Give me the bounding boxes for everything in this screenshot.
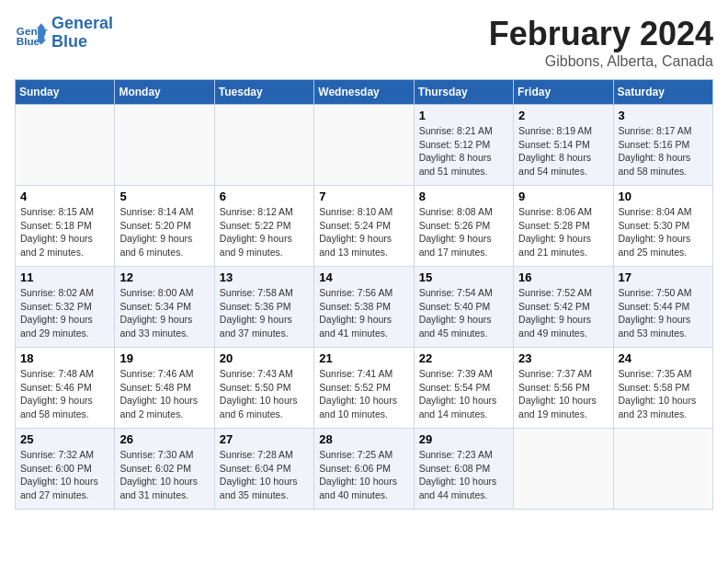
day-number: 26 [119,432,209,446]
calendar-cell [16,105,115,186]
day-number: 22 [419,351,508,365]
day-number: 4 [20,190,109,203]
weekday-header-friday: Friday [514,80,613,105]
calendar-cell: 10Sunrise: 8:04 AM Sunset: 5:30 PM Dayli… [613,186,712,267]
week-row-4: 18Sunrise: 7:48 AM Sunset: 5:46 PM Dayli… [16,348,713,429]
day-number: 7 [319,190,408,203]
day-info: Sunrise: 7:39 AM Sunset: 5:54 PM Dayligh… [419,367,508,421]
day-number: 24 [619,351,708,365]
calendar-cell: 1Sunrise: 8:21 AM Sunset: 5:12 PM Daylig… [414,105,513,186]
calendar-cell: 27Sunrise: 7:28 AM Sunset: 6:04 PM Dayli… [214,429,313,510]
calendar-cell [115,105,214,186]
day-info: Sunrise: 8:17 AM Sunset: 5:16 PM Dayligh… [619,124,708,178]
day-number: 9 [518,190,608,203]
day-info: Sunrise: 7:50 AM Sunset: 5:44 PM Dayligh… [619,286,708,340]
calendar-cell: 2Sunrise: 8:19 AM Sunset: 5:14 PM Daylig… [514,105,613,186]
day-info: Sunrise: 7:52 AM Sunset: 5:42 PM Dayligh… [518,286,608,340]
calendar-cell: 24Sunrise: 7:35 AM Sunset: 5:58 PM Dayli… [613,348,712,429]
day-number: 15 [419,270,508,284]
weekday-header-tuesday: Tuesday [214,80,313,105]
logo-text: General Blue [51,15,113,52]
calendar-cell [514,429,613,510]
day-info: Sunrise: 7:43 AM Sunset: 5:50 PM Dayligh… [220,367,309,421]
day-info: Sunrise: 8:04 AM Sunset: 5:30 PM Dayligh… [619,205,708,259]
calendar-cell: 25Sunrise: 7:32 AM Sunset: 6:00 PM Dayli… [16,429,115,510]
calendar-cell [613,429,712,510]
day-info: Sunrise: 7:56 AM Sunset: 5:38 PM Dayligh… [319,286,408,340]
calendar-cell: 4Sunrise: 8:15 AM Sunset: 5:18 PM Daylig… [16,186,115,267]
calendar-cell: 17Sunrise: 7:50 AM Sunset: 5:44 PM Dayli… [613,267,712,348]
calendar-cell: 28Sunrise: 7:25 AM Sunset: 6:06 PM Dayli… [314,429,414,510]
day-info: Sunrise: 7:54 AM Sunset: 5:40 PM Dayligh… [419,286,508,340]
month-title: February 2024 [489,15,713,53]
day-info: Sunrise: 8:06 AM Sunset: 5:28 PM Dayligh… [518,205,608,259]
calendar-cell: 13Sunrise: 7:58 AM Sunset: 5:36 PM Dayli… [214,267,313,348]
day-number: 17 [619,270,708,284]
calendar-cell: 6Sunrise: 8:12 AM Sunset: 5:22 PM Daylig… [214,186,313,267]
calendar-cell: 19Sunrise: 7:46 AM Sunset: 5:48 PM Dayli… [115,348,214,429]
weekday-header-monday: Monday [115,80,214,105]
day-info: Sunrise: 8:21 AM Sunset: 5:12 PM Dayligh… [419,124,508,178]
calendar-cell: 29Sunrise: 7:23 AM Sunset: 6:08 PM Dayli… [414,429,513,510]
day-number: 18 [20,351,109,365]
day-info: Sunrise: 7:30 AM Sunset: 6:02 PM Dayligh… [119,448,209,502]
day-number: 6 [220,190,309,203]
calendar-cell: 23Sunrise: 7:37 AM Sunset: 5:56 PM Dayli… [514,348,613,429]
day-number: 8 [419,190,508,203]
location-title: Gibbons, Alberta, Canada [489,53,713,70]
svg-text:Blue: Blue [17,34,40,46]
calendar-cell: 7Sunrise: 8:10 AM Sunset: 5:24 PM Daylig… [314,186,414,267]
day-number: 11 [20,270,109,284]
day-number: 5 [119,190,209,203]
day-number: 29 [419,432,508,446]
calendar-cell: 21Sunrise: 7:41 AM Sunset: 5:52 PM Dayli… [314,348,414,429]
logo-icon: General Blue [15,17,48,50]
header: General Blue General Blue February 2024 … [15,15,713,70]
day-number: 13 [220,270,309,284]
day-info: Sunrise: 7:32 AM Sunset: 6:00 PM Dayligh… [20,448,109,502]
calendar-cell: 20Sunrise: 7:43 AM Sunset: 5:50 PM Dayli… [214,348,313,429]
day-info: Sunrise: 7:28 AM Sunset: 6:04 PM Dayligh… [220,448,309,502]
day-info: Sunrise: 8:02 AM Sunset: 5:32 PM Dayligh… [20,286,109,340]
weekday-header-saturday: Saturday [613,80,712,105]
day-info: Sunrise: 7:37 AM Sunset: 5:56 PM Dayligh… [518,367,608,421]
day-info: Sunrise: 8:12 AM Sunset: 5:22 PM Dayligh… [220,205,309,259]
calendar-cell: 12Sunrise: 8:00 AM Sunset: 5:34 PM Dayli… [115,267,214,348]
day-number: 12 [119,270,209,284]
day-number: 2 [518,109,608,122]
calendar-cell: 8Sunrise: 8:08 AM Sunset: 5:26 PM Daylig… [414,186,513,267]
calendar-cell: 18Sunrise: 7:48 AM Sunset: 5:46 PM Dayli… [16,348,115,429]
day-info: Sunrise: 8:15 AM Sunset: 5:18 PM Dayligh… [20,205,109,259]
calendar-cell: 15Sunrise: 7:54 AM Sunset: 5:40 PM Dayli… [414,267,513,348]
calendar-cell: 14Sunrise: 7:56 AM Sunset: 5:38 PM Dayli… [314,267,414,348]
day-info: Sunrise: 7:46 AM Sunset: 5:48 PM Dayligh… [119,367,209,421]
calendar-cell: 9Sunrise: 8:06 AM Sunset: 5:28 PM Daylig… [514,186,613,267]
day-info: Sunrise: 7:25 AM Sunset: 6:06 PM Dayligh… [319,448,408,502]
title-block: February 2024 Gibbons, Alberta, Canada [489,15,713,70]
day-number: 23 [518,351,608,365]
day-info: Sunrise: 8:08 AM Sunset: 5:26 PM Dayligh… [419,205,508,259]
day-number: 28 [319,432,408,446]
day-number: 21 [319,351,408,365]
day-info: Sunrise: 8:14 AM Sunset: 5:20 PM Dayligh… [119,205,209,259]
day-info: Sunrise: 7:58 AM Sunset: 5:36 PM Dayligh… [220,286,309,340]
week-row-3: 11Sunrise: 8:02 AM Sunset: 5:32 PM Dayli… [16,267,713,348]
day-info: Sunrise: 8:19 AM Sunset: 5:14 PM Dayligh… [518,124,608,178]
week-row-5: 25Sunrise: 7:32 AM Sunset: 6:00 PM Dayli… [16,429,713,510]
calendar-cell [314,105,414,186]
day-info: Sunrise: 7:48 AM Sunset: 5:46 PM Dayligh… [20,367,109,421]
calendar-cell: 22Sunrise: 7:39 AM Sunset: 5:54 PM Dayli… [414,348,513,429]
weekday-header-row: SundayMondayTuesdayWednesdayThursdayFrid… [16,80,713,105]
day-number: 3 [619,109,708,122]
day-number: 27 [220,432,309,446]
calendar-table: SundayMondayTuesdayWednesdayThursdayFrid… [15,79,713,510]
day-number: 14 [319,270,408,284]
calendar-cell: 26Sunrise: 7:30 AM Sunset: 6:02 PM Dayli… [115,429,214,510]
weekday-header-sunday: Sunday [16,80,115,105]
logo: General Blue General Blue [15,15,113,52]
calendar-cell: 16Sunrise: 7:52 AM Sunset: 5:42 PM Dayli… [514,267,613,348]
day-number: 10 [619,190,708,203]
calendar-cell: 3Sunrise: 8:17 AM Sunset: 5:16 PM Daylig… [613,105,712,186]
day-number: 1 [419,109,508,122]
day-info: Sunrise: 7:41 AM Sunset: 5:52 PM Dayligh… [319,367,408,421]
